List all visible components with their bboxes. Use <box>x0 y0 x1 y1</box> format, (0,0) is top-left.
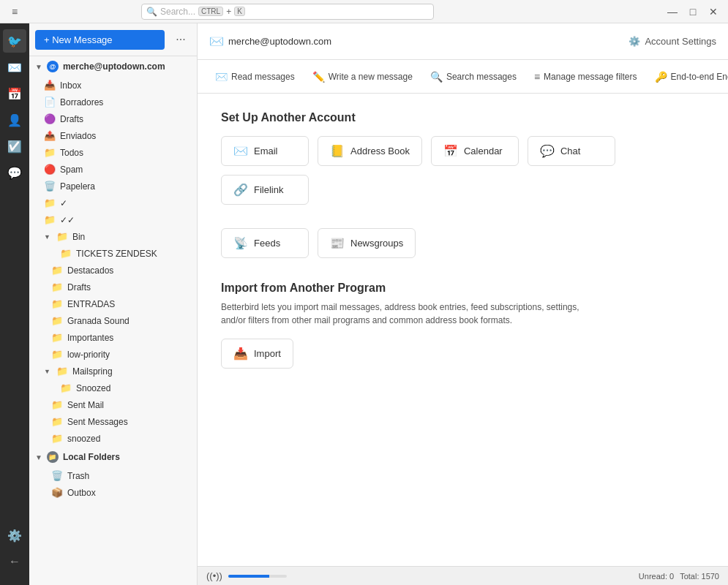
new-message-button[interactable]: + New Message <box>35 30 165 50</box>
sidebar-more-button[interactable]: ··· <box>170 29 191 50</box>
sidebar-item-granada[interactable]: 📁 Granada Sound <box>29 312 197 329</box>
import-button[interactable]: 📥 Import <box>221 339 293 369</box>
sentmessages-icon: 📁 <box>51 416 63 427</box>
low-priority-icon: 📁 <box>51 349 63 360</box>
outbox-icon: 📦 <box>51 487 63 498</box>
account-email-icon: ✉️ <box>209 34 224 48</box>
inbox-icon: 📥 <box>44 80 56 91</box>
content-area: ✉️ merche@uptodown.com ⚙️ Account Settin… <box>198 23 728 585</box>
rail-icon-tasks[interactable]: ☑️ <box>3 135 26 158</box>
account-email-display: ✉️ merche@uptodown.com <box>209 34 331 48</box>
search-messages-button[interactable]: 🔍 Search messages <box>421 67 525 87</box>
sidebar-item-enviados[interactable]: 📤 Enviados <box>29 127 197 144</box>
drafts-icon: 🟣 <box>44 113 56 124</box>
sidebar-item-importantes[interactable]: 📁 Importantes <box>29 329 197 346</box>
card-email[interactable]: ✉️ Email <box>221 136 309 166</box>
card-filelink[interactable]: 🔗 Filelink <box>221 175 309 205</box>
filters-icon: ≡ <box>534 71 540 83</box>
rail-icon-calendar[interactable]: 📅 <box>3 82 26 105</box>
granada-icon: 📁 <box>51 315 63 326</box>
write-message-button[interactable]: ✏️ Write a new message <box>304 67 421 87</box>
rail-icon-contacts[interactable]: 👤 <box>3 108 26 132</box>
sidebar-item-drafts[interactable]: 🟣 Drafts <box>29 110 197 127</box>
spam-icon: 🔴 <box>44 164 56 175</box>
rail-icon-app[interactable]: 🐦 <box>3 29 26 53</box>
account-settings-icon: ⚙️ <box>628 36 640 47</box>
read-label: Read messages <box>231 72 295 82</box>
main-layout: 🐦 ✉️ 📅 👤 ☑️ 💬 ⚙️ ← + New Message ··· ▼ @… <box>0 23 728 585</box>
encryption-button[interactable]: 🔑 End-to-end Encryption <box>646 67 728 87</box>
setup-cards-grid-2: 📡 Feeds 📰 Newsgroups <box>221 228 705 258</box>
sidebar-item-label: low-priority <box>67 350 110 360</box>
sidebar-item-label: Sent Messages <box>67 417 128 427</box>
rail-icon-chat[interactable]: 💬 <box>3 161 26 184</box>
sidebar-item-papelera[interactable]: 🗑️ Papelera <box>29 178 197 195</box>
rail-icon-mail[interactable]: ✉️ <box>3 56 26 79</box>
search-plus: + <box>226 7 231 17</box>
minimize-button[interactable]: — <box>664 3 681 20</box>
addressbook-card-label: Address Book <box>350 146 410 156</box>
sidebar-item-inbox[interactable]: 📥 Inbox <box>29 77 197 94</box>
import-desc: Betterbird lets you import mail messages… <box>221 301 587 327</box>
close-button[interactable]: ✕ <box>705 3 722 20</box>
sidebar-item-label: Sent Mail <box>67 400 104 410</box>
filters-label: Manage message filters <box>544 72 637 82</box>
card-addressbook[interactable]: 📒 Address Book <box>318 136 422 166</box>
sidebar-item-low-priority[interactable]: 📁 low-priority <box>29 346 197 363</box>
sidebar-item-snoozed2[interactable]: 📁 snoozed <box>29 430 197 447</box>
sidebar-item-label: snoozed <box>67 434 100 444</box>
sidebar-item-borradores[interactable]: 📄 Borradores <box>29 94 197 110</box>
bin-collapse-icon: ▼ <box>44 233 50 241</box>
sidebar-item-sentmessages[interactable]: 📁 Sent Messages <box>29 413 197 430</box>
sidebar-item-bin[interactable]: ▼ 📁 Bin <box>29 228 197 245</box>
sidebar-item-entradas[interactable]: 📁 ENTRADAS <box>29 295 197 312</box>
rail-icon-back[interactable]: ← <box>3 550 26 573</box>
borradores-icon: 📄 <box>44 97 56 107</box>
card-chat[interactable]: 💬 Chat <box>528 136 615 166</box>
sidebar-item-label: Mailspring <box>72 366 113 377</box>
mailspring-collapse-icon: ▼ <box>44 368 50 375</box>
sidebar-item-label: Granada Sound <box>67 316 130 326</box>
filelink-card-icon: 🔗 <box>233 183 248 197</box>
chat-card-icon: 💬 <box>540 144 555 158</box>
search-placeholder: Search... <box>160 7 195 17</box>
bin-icon: 📁 <box>56 231 68 242</box>
sidebar-item-destacados[interactable]: 📁 Destacados <box>29 262 197 279</box>
manage-filters-button[interactable]: ≡ Manage message filters <box>525 67 646 87</box>
card-newsgroups[interactable]: 📰 Newsgroups <box>318 228 416 258</box>
read-icon: ✉️ <box>215 71 228 83</box>
sidebar-item-label: ENTRADAS <box>67 299 115 309</box>
sidebar-item-label: ✓✓ <box>60 215 75 225</box>
bottom-statusbar: ((•)) Unread: 0 Total: 1570 <box>198 566 728 585</box>
sidebar-item-drafts2[interactable]: 📁 Drafts <box>29 279 197 295</box>
mailspring-icon: 📁 <box>56 366 68 377</box>
encryption-icon: 🔑 <box>655 71 667 83</box>
rail-icon-settings[interactable]: ⚙️ <box>3 524 26 547</box>
local-folders-header[interactable]: ▼ 📁 Local Folders <box>29 447 197 467</box>
sidebar-item-check2[interactable]: 📁 ✓✓ <box>29 211 197 228</box>
sidebar-item-trash[interactable]: 🗑️ Trash <box>29 467 197 484</box>
sidebar-item-mailspring[interactable]: ▼ 📁 Mailspring <box>29 363 197 380</box>
sidebar-item-outbox[interactable]: 📦 Outbox <box>29 484 197 501</box>
titlebar: ≡ 🔍 Search... CTRL + K — □ ✕ <box>0 0 728 23</box>
sidebar-item-tickets[interactable]: 📁 TICKETS ZENDESK <box>29 245 197 262</box>
search-kbd1: CTRL <box>198 7 223 16</box>
sidebar-item-sentmail[interactable]: 📁 Sent Mail <box>29 396 197 413</box>
account-settings-button[interactable]: ⚙️ Account Settings <box>628 36 716 47</box>
sidebar-item-label: Outbox <box>67 488 96 498</box>
check2-icon: 📁 <box>44 214 56 225</box>
sidebar-item-label: Drafts <box>60 114 83 124</box>
trash-icon: 🗑️ <box>51 470 63 481</box>
account-header[interactable]: ▼ @ merche@uptodown.com <box>29 56 197 77</box>
card-feeds[interactable]: 📡 Feeds <box>221 228 309 258</box>
todos-icon: 📁 <box>44 147 56 158</box>
card-calendar[interactable]: 📅 Calendar <box>431 136 519 166</box>
read-messages-button[interactable]: ✉️ Read messages <box>206 67 304 87</box>
sidebar-item-check1[interactable]: 📁 ✓ <box>29 195 197 211</box>
maximize-button[interactable]: □ <box>684 3 702 20</box>
sidebar-item-snoozed[interactable]: 📁 Snoozed <box>29 380 197 396</box>
sidebar-item-todos[interactable]: 📁 Todos <box>29 144 197 161</box>
menu-button[interactable]: ≡ <box>6 3 23 20</box>
entradas-icon: 📁 <box>51 298 63 309</box>
sidebar-item-spam[interactable]: 🔴 Spam <box>29 161 197 178</box>
